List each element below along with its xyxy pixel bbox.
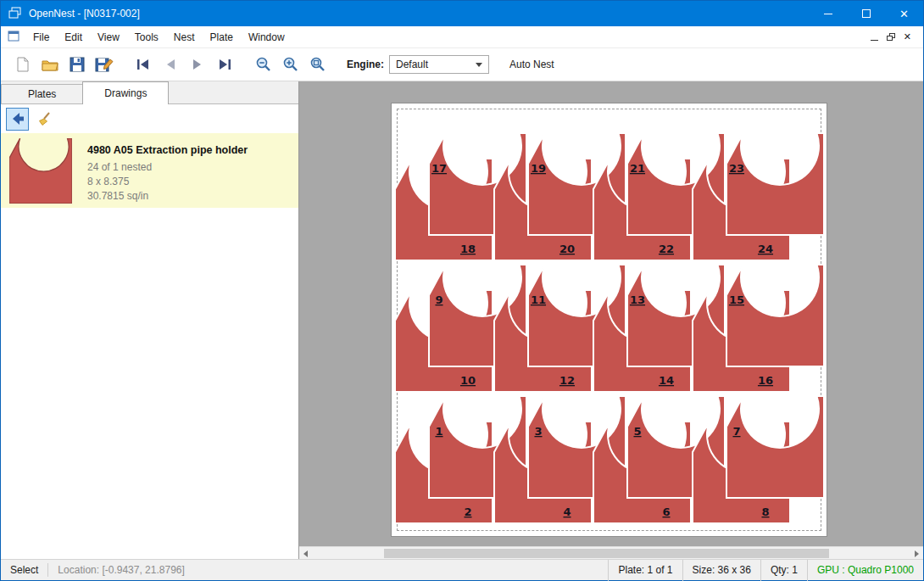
close-button[interactable]: ✕ xyxy=(885,1,923,26)
status-location: Location: [-0.9437, 21.8796] xyxy=(48,560,193,581)
child-minimize-icon[interactable] xyxy=(871,40,878,41)
first-plate-button[interactable] xyxy=(130,52,157,77)
tool-bar: Engine: Default Auto Nest xyxy=(1,48,923,81)
scroll-right-icon[interactable] xyxy=(915,550,919,557)
back-to-plates-button[interactable] xyxy=(6,108,29,131)
menu-edit[interactable]: Edit xyxy=(57,26,90,48)
save-as-button[interactable] xyxy=(91,52,118,77)
save-edit-icon xyxy=(95,56,114,73)
nested-pair: 23 24 xyxy=(693,133,824,260)
part-shape[interactable] xyxy=(726,396,824,498)
minimize-icon xyxy=(824,14,832,14)
menu-tools[interactable]: Tools xyxy=(127,26,166,48)
title-bar: OpenNest - [N0317-002] ✕ xyxy=(1,1,923,26)
zoom-out-button[interactable] xyxy=(250,52,277,77)
part-number: 3 xyxy=(534,425,542,438)
status-qty: Qty: 1 xyxy=(760,560,807,581)
first-icon xyxy=(136,58,151,71)
previous-icon xyxy=(164,58,177,71)
menu-window[interactable]: Window xyxy=(241,26,292,48)
maximize-button[interactable] xyxy=(847,1,885,26)
tab-strip: Plates Drawings xyxy=(1,81,298,104)
zoom-out-icon xyxy=(255,56,272,73)
zoom-in-button[interactable] xyxy=(277,52,304,77)
drawing-area: 30.7815 sq/in xyxy=(87,189,248,204)
horizontal-scrollbar[interactable] xyxy=(299,546,923,559)
next-plate-button[interactable] xyxy=(184,52,211,77)
part-number: 10 xyxy=(460,374,476,387)
open-folder-icon xyxy=(41,56,59,73)
child-restore-icon[interactable] xyxy=(887,33,895,41)
scroll-left-icon[interactable] xyxy=(303,550,308,557)
close-icon: ✕ xyxy=(899,8,909,20)
part-number: 14 xyxy=(659,374,674,387)
save-icon xyxy=(69,56,86,73)
tab-plates[interactable]: Plates xyxy=(1,84,83,103)
part-number: 9 xyxy=(435,293,443,306)
plate-sheet: 17 18 19 20 21 22 xyxy=(391,103,827,537)
part-number: 24 xyxy=(758,243,773,255)
part-number: 2 xyxy=(464,506,471,518)
part-number: 13 xyxy=(630,293,645,306)
nest-drawing: 17 18 19 20 21 22 xyxy=(392,103,828,538)
status-bar: Select Location: [-0.9437, 21.8796] Plat… xyxy=(1,559,923,580)
part-number: 22 xyxy=(659,243,674,255)
part-thumbnail xyxy=(8,138,74,203)
scrollbar-thumb[interactable] xyxy=(384,549,829,558)
part-number: 4 xyxy=(563,506,571,518)
part-number: 20 xyxy=(559,243,575,255)
menu-file[interactable]: File xyxy=(25,26,57,48)
previous-plate-button[interactable] xyxy=(157,52,184,77)
part-number: 1 xyxy=(435,425,443,438)
status-gpu: GPU : Quadro P1000 xyxy=(807,560,923,581)
new-document-icon xyxy=(14,56,31,73)
part-number: 7 xyxy=(732,425,740,438)
zoom-in-icon xyxy=(282,56,299,73)
child-close-icon[interactable]: ✕ xyxy=(904,31,911,42)
drawing-nested-count: 24 of 1 nested xyxy=(87,160,248,175)
engine-select[interactable]: Default xyxy=(389,55,489,74)
nest-canvas[interactable]: 17 18 19 20 21 22 xyxy=(299,81,923,559)
status-plate: Plate: 1 of 1 xyxy=(608,560,682,581)
status-mode: Select xyxy=(1,560,47,581)
child-window-icon[interactable] xyxy=(8,30,20,45)
drawing-list: 4980 A05 Extraction pipe holder 24 of 1 … xyxy=(1,133,298,559)
open-button[interactable] xyxy=(36,52,64,77)
clear-button[interactable] xyxy=(32,108,55,131)
back-arrow-icon xyxy=(10,111,25,126)
zoom-extents-button[interactable] xyxy=(304,52,331,77)
part-number: 11 xyxy=(531,293,546,306)
engine-label: Engine: xyxy=(347,59,384,70)
part-number: 15 xyxy=(729,293,744,306)
menu-bar: File Edit View Tools Nest Plate Window ✕ xyxy=(1,26,923,48)
part-number: 19 xyxy=(531,162,546,175)
new-document-button[interactable] xyxy=(9,52,36,77)
part-number: 16 xyxy=(758,374,773,387)
list-item[interactable]: 4980 A05 Extraction pipe holder 24 of 1 … xyxy=(1,133,298,208)
tab-drawings[interactable]: Drawings xyxy=(82,81,169,104)
menu-view[interactable]: View xyxy=(90,26,127,48)
save-button[interactable] xyxy=(64,52,91,77)
chevron-down-icon xyxy=(476,63,482,67)
part-number: 8 xyxy=(761,506,769,518)
part-number: 5 xyxy=(633,425,641,438)
zoom-extents-icon xyxy=(309,56,326,73)
menu-plate[interactable]: Plate xyxy=(203,26,241,48)
next-icon xyxy=(191,58,204,71)
panel-toolbar xyxy=(1,104,298,133)
nested-pair: 7 8 xyxy=(693,396,824,523)
auto-nest-button[interactable]: Auto Nest xyxy=(504,55,559,74)
part-shape[interactable] xyxy=(726,265,824,366)
last-icon xyxy=(217,58,232,71)
minimize-button[interactable] xyxy=(809,1,847,26)
app-icon xyxy=(8,6,22,22)
part-number: 23 xyxy=(729,162,744,175)
side-panel: Plates Drawings 4980 A05 Extraction pip xyxy=(1,81,299,559)
nested-pair: 15 16 xyxy=(693,265,824,392)
drawing-size: 8 x 8.375 xyxy=(87,175,248,189)
engine-value: Default xyxy=(396,59,476,70)
last-plate-button[interactable] xyxy=(211,52,238,77)
maximize-icon xyxy=(862,9,871,18)
part-shape[interactable] xyxy=(726,133,824,235)
menu-nest[interactable]: Nest xyxy=(166,26,203,48)
